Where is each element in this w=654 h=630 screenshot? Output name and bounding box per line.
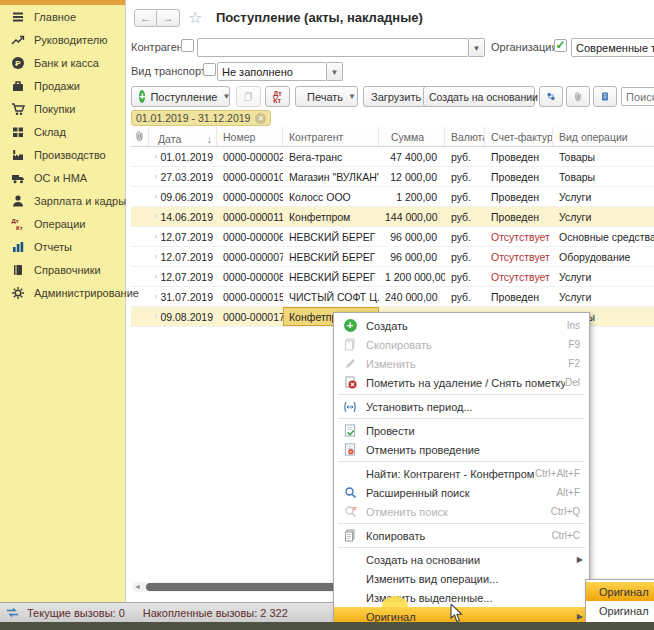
scroll-left-icon[interactable]: ◄ (134, 583, 141, 590)
print-button[interactable]: Печать▼ (295, 86, 358, 107)
table-row[interactable]: 12.07.2019 0000-000007 НЕВСКИЙ БЕРЕГ ...… (131, 247, 654, 267)
menu-item-mark-deletion[interactable]: Пометить на удаление / Снять пометку Del (334, 373, 589, 392)
menu-item-change-operation[interactable]: Изменить вид операции... (334, 569, 589, 588)
sidebar-item-purchases[interactable]: Покупки (0, 97, 125, 120)
related-documents-button[interactable] (539, 86, 563, 107)
column-date[interactable]: Дата↓ (149, 127, 217, 146)
submenu-arrow-icon: ▶ (577, 555, 583, 564)
period-filter-chip[interactable]: 01.01.2019 - 31.12.2019 ✕ (131, 110, 271, 126)
table-row[interactable]: 01.01.2019 0000-000002 Вега-транс 47 400… (131, 147, 654, 167)
menu-item-copy-new[interactable]: Скопировать F9 (334, 335, 589, 354)
menu-item-create[interactable]: + Создать Ins (334, 316, 589, 335)
submenu-item-original-1[interactable]: Оригинал (586, 582, 654, 601)
column-invoice[interactable]: Счет-фактура (485, 127, 553, 146)
sidebar-item-bank[interactable]: P Банк и касса (0, 51, 125, 74)
menu-item-edit-selected[interactable]: Изменить выделенные... (334, 588, 589, 607)
create-based-button[interactable]: Создать на основании▼ (423, 86, 535, 107)
bar-chart-icon (10, 239, 25, 254)
menu-item-copy-clipboard[interactable]: Копировать Ctrl+C (334, 526, 589, 545)
sidebar: Главное Руководителю P Банк и касса Прод… (0, 0, 125, 602)
table-row[interactable]: 12.07.2019 0000-000006 НЕВСКИЙ БЕРЕГ ...… (131, 227, 654, 247)
sidebar-item-references[interactable]: Справочники (0, 258, 125, 281)
menu-item-post[interactable]: Провести (334, 421, 589, 440)
sidebar-item-main[interactable]: Главное (0, 5, 125, 28)
table-row[interactable]: 12.07.2019 0000-000008 НЕВСКИЙ БЕРЕГ ...… (131, 267, 654, 287)
accumulated-calls-text: Накопленные вызовы: 2 322 (143, 607, 288, 619)
column-operation[interactable]: Вид операции (553, 127, 654, 146)
menu-item-find-contractor[interactable]: Найти: Контрагент - Конфетпром Ctrl+Alt+… (334, 464, 589, 483)
contractor-input[interactable] (197, 38, 469, 57)
dt-kt-icon: ДтКт (273, 90, 281, 104)
attachments-button[interactable] (566, 86, 590, 107)
post-document-icon (342, 423, 358, 438)
menu-item-create-based[interactable]: Создать на основании ▶ (334, 550, 589, 569)
menu-item-edit[interactable]: Изменить F2 (334, 354, 589, 373)
favorite-star-icon[interactable]: ☆ (188, 8, 202, 27)
page-title: Поступление (акты, накладные) (216, 10, 423, 25)
dtkt-button[interactable]: ДтКт (265, 86, 290, 107)
menu-item-advanced-search[interactable]: Расширенный поиск Alt+F (334, 483, 589, 502)
search-input[interactable] (621, 87, 654, 106)
clipboard-icon (342, 528, 358, 543)
magnifier-icon (342, 485, 358, 500)
grid-icon (10, 124, 25, 139)
period-icon (342, 399, 358, 414)
svg-text:P: P (15, 59, 21, 68)
bank-ruble-icon: P (10, 55, 25, 70)
back-button[interactable]: ← (134, 9, 157, 27)
menu-separator (338, 394, 585, 395)
documents-table: Дата↓ Номер Контрагент Сумма Валюта Счет… (131, 127, 654, 327)
table-row[interactable]: 31.07.2019 0000-000015 ЧИСТЫЙ СОФТ Ц... … (131, 287, 654, 307)
gear-icon (10, 285, 25, 300)
copy-document-button[interactable] (236, 86, 261, 107)
organization-checkbox[interactable]: ✓ (554, 39, 567, 52)
submenu-item-original-2[interactable]: Оригинал (586, 601, 654, 620)
organization-label: Организация: (491, 41, 560, 53)
report-button[interactable] (593, 86, 617, 107)
sidebar-item-manager[interactable]: Руководителю (0, 28, 125, 51)
person-icon (10, 193, 25, 208)
truck-icon (10, 170, 25, 185)
menu-item-unpost[interactable]: Отменить проведение (334, 440, 589, 459)
caret-icon: ▼ (348, 92, 356, 101)
sidebar-item-sales[interactable]: Продажи (0, 74, 125, 97)
transport-input[interactable] (217, 62, 327, 81)
cart-icon (10, 101, 25, 116)
contractor-dropdown-arrow[interactable]: ▼ (469, 38, 485, 57)
sidebar-item-assets[interactable]: ОС и НМА (0, 166, 125, 189)
receipt-create-button[interactable]: + Поступление▼ (131, 86, 230, 107)
copy-icon (342, 337, 358, 352)
briefcase-icon (10, 78, 25, 93)
contractor-checkbox[interactable] (181, 39, 194, 52)
column-sum[interactable]: Сумма (379, 127, 445, 146)
sidebar-item-warehouse[interactable]: Склад (0, 120, 125, 143)
menu-item-cancel-search[interactable]: Отменить поиск Ctrl+Q (334, 502, 589, 521)
table-row[interactable]: 09.06.2019 0000-000009 Колосс ООО 1 200,… (131, 187, 654, 207)
chip-close-icon[interactable]: ✕ (255, 113, 266, 124)
transport-dropdown-arrow[interactable]: ▼ (327, 62, 343, 81)
book-icon (10, 262, 25, 277)
sidebar-item-production[interactable]: Производство (0, 143, 125, 166)
sidebar-item-administration[interactable]: Администрирование (0, 281, 125, 304)
column-contractor[interactable]: Контрагент (283, 127, 379, 146)
forward-button[interactable]: → (157, 9, 180, 27)
copy-icon (244, 90, 253, 103)
column-currency[interactable]: Валюта (445, 127, 485, 146)
transport-checkbox[interactable] (203, 63, 216, 76)
table-row-selected[interactable]: 14.06.2019 0000-000011 Конфетпром 144 00… (131, 207, 654, 227)
related-docs-icon (547, 90, 555, 103)
menu-item-set-period[interactable]: Установить период... (334, 397, 589, 416)
sidebar-item-operations[interactable]: ДтКт Операции (0, 212, 125, 235)
bottom-strip (0, 622, 654, 630)
sidebar-item-salary[interactable]: Зарплата и кадры (0, 189, 125, 212)
sort-desc-icon: ↓ (204, 133, 212, 145)
original-submenu: Оригинал Оригинал (585, 579, 654, 623)
create-icon: + (342, 318, 358, 333)
sidebar-item-reports[interactable]: Отчеты (0, 235, 125, 258)
history-nav: ← → (134, 9, 180, 27)
organization-input[interactable] (571, 38, 654, 57)
table-row[interactable]: 27.03.2019 0000-000010 Магазин "ВУЛКАН" … (131, 167, 654, 187)
trend-icon (10, 32, 25, 47)
column-number[interactable]: Номер (217, 127, 283, 146)
attachment-column-icon[interactable] (131, 127, 149, 146)
